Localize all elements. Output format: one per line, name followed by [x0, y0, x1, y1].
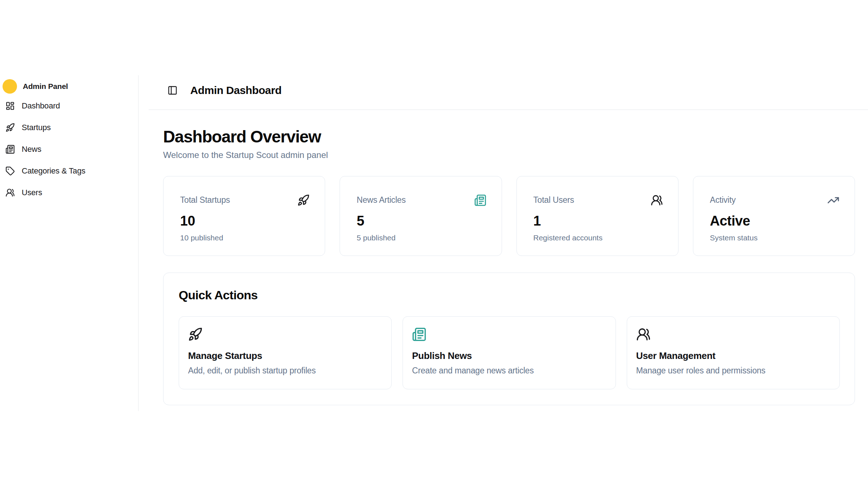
stat-card-total-users: Total Users 1 Registered accounts [516, 176, 678, 256]
users-icon [636, 327, 828, 342]
sidebar-item-label: News [22, 145, 41, 154]
main-area: Admin Dashboard Dashboard Overview Welco… [139, 75, 868, 411]
stat-subtext: System status [710, 234, 839, 242]
sidebar-nav: Dashboard Startups News Categories & Tag… [3, 98, 132, 201]
sidebar-item-label: Startups [22, 123, 51, 132]
dashboard-icon [5, 101, 15, 111]
action-title: Manage Startups [188, 350, 380, 361]
stat-value: 5 [357, 213, 486, 229]
stat-subtext: 5 published [357, 234, 486, 242]
newspaper-icon [412, 327, 604, 342]
panel-left-icon [167, 85, 178, 95]
rocket-icon [188, 327, 380, 342]
sidebar-item-label: Dashboard [22, 101, 60, 111]
stat-value: Active [710, 213, 839, 229]
action-card-manage-startups[interactable]: Manage Startups Add, edit, or publish st… [179, 316, 392, 389]
users-icon [5, 188, 15, 197]
sidebar-item-users[interactable]: Users [3, 185, 132, 201]
app-root: Admin Panel Dashboard Startups News Cate… [0, 75, 868, 411]
stat-label: Activity [710, 195, 736, 205]
stat-subtext: Registered accounts [533, 234, 663, 242]
stat-card-news-articles: News Articles 5 5 published [340, 176, 502, 256]
action-title: Publish News [412, 350, 604, 361]
tag-icon [5, 166, 15, 176]
brand-name: Admin Panel [23, 82, 68, 91]
stat-label: News Articles [357, 195, 405, 205]
stat-label: Total Users [533, 195, 574, 205]
stats-grid: Total Startups 10 10 published News Arti… [163, 176, 855, 256]
action-description: Add, edit, or publish startup profiles [188, 366, 380, 376]
action-title: User Management [636, 350, 828, 361]
sidebar: Admin Panel Dashboard Startups News Cate… [0, 75, 139, 411]
page-title: Admin Dashboard [190, 84, 281, 97]
stat-head: News Articles [357, 194, 486, 206]
stat-card-total-startups: Total Startups 10 10 published [163, 176, 325, 256]
stat-value: 1 [533, 213, 663, 229]
trending-up-icon [827, 194, 839, 206]
sidebar-item-categories-tags[interactable]: Categories & Tags [3, 163, 132, 179]
rocket-icon [297, 194, 310, 206]
sidebar-item-label: Categories & Tags [22, 166, 85, 176]
newspaper-icon [5, 145, 15, 154]
rocket-icon [5, 123, 15, 132]
stat-head: Total Startups [180, 194, 310, 206]
action-card-user-management[interactable]: User Management Manage user roles and pe… [627, 316, 840, 389]
sidebar-item-label: Users [22, 188, 42, 197]
action-description: Manage user roles and permissions [636, 366, 828, 376]
brand-logo-circle [3, 79, 17, 94]
sidebar-toggle-button[interactable] [167, 85, 178, 95]
sidebar-item-dashboard[interactable]: Dashboard [3, 98, 132, 114]
sidebar-item-news[interactable]: News [3, 141, 132, 157]
stat-value: 10 [180, 213, 310, 229]
action-description: Create and manage news articles [412, 366, 604, 376]
action-card-publish-news[interactable]: Publish News Create and manage news arti… [403, 316, 616, 389]
stat-head: Activity [710, 194, 839, 206]
brand: Admin Panel [3, 79, 132, 94]
stat-label: Total Startups [180, 195, 230, 205]
stat-head: Total Users [533, 194, 663, 206]
users-icon [651, 194, 663, 206]
stat-subtext: 10 published [180, 234, 310, 242]
overview-subtitle: Welcome to the Startup Scout admin panel [163, 150, 855, 160]
quick-actions-grid: Manage Startups Add, edit, or publish st… [179, 316, 840, 389]
sidebar-item-startups[interactable]: Startups [3, 120, 132, 136]
overview-title: Dashboard Overview [163, 127, 855, 146]
newspaper-icon [474, 194, 486, 206]
stat-card-activity: Activity Active System status [693, 176, 855, 256]
quick-actions-panel: Quick Actions Manage Startups Add, edit,… [163, 273, 855, 405]
dashboard-content: Dashboard Overview Welcome to the Startu… [139, 110, 868, 405]
quick-actions-title: Quick Actions [179, 288, 840, 302]
top-header: Admin Dashboard [149, 75, 868, 110]
